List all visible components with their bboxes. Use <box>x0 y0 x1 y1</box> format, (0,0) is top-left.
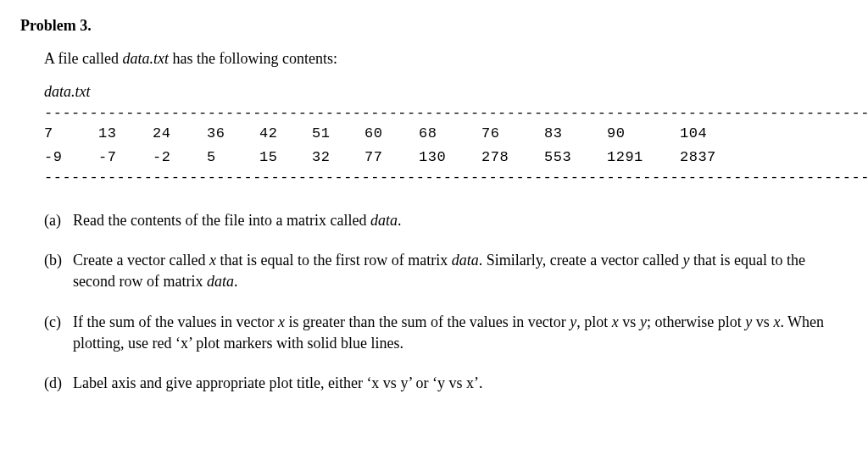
part-a: (a) Read the contents of the file into a… <box>44 210 848 231</box>
data-row-1: 7 13 24 36 42 51 60 68 76 83 90 104 <box>44 122 848 146</box>
data-cell: 7 <box>44 124 98 144</box>
data-cell: 60 <box>364 124 419 144</box>
italic-segment: x <box>278 313 285 330</box>
text-segment: vs <box>619 313 640 330</box>
text-segment: is greater than the sum of the values in… <box>285 313 570 330</box>
data-cell: -9 <box>44 147 98 168</box>
data-cell: 42 <box>259 124 312 144</box>
data-cell: 13 <box>98 124 153 144</box>
data-file-contents: ----------------------------------------… <box>44 105 848 186</box>
data-cell: 553 <box>544 147 607 168</box>
data-cell: 68 <box>419 124 481 144</box>
dashed-line-bottom: ----------------------------------------… <box>44 169 848 186</box>
part-text-a: Read the contents of the file into a mat… <box>73 210 848 231</box>
italic-segment: data <box>207 273 234 290</box>
italic-segment: y <box>640 313 647 330</box>
part-label-d: (d) <box>44 373 73 394</box>
data-cell: 83 <box>544 124 607 144</box>
data-cell: 76 <box>481 124 544 144</box>
text-segment: . <box>398 212 402 229</box>
intro-filename: data.txt <box>122 50 169 67</box>
data-cell: 90 <box>607 124 680 144</box>
text-segment: Create a vector called <box>73 252 209 269</box>
part-d: (d) Label axis and give appropriate plot… <box>44 373 848 394</box>
text-segment: If the sum of the values in vector <box>73 313 278 330</box>
italic-segment: data <box>370 212 398 229</box>
dashed-line-top: ----------------------------------------… <box>44 105 848 122</box>
data-cell: 2837 <box>680 147 748 168</box>
part-label-b: (b) <box>44 250 73 292</box>
data-cell: 15 <box>259 147 312 168</box>
part-c: (c) If the sum of the values in vector x… <box>44 312 848 354</box>
data-cell: 32 <box>312 147 364 168</box>
data-cell: -2 <box>153 147 207 168</box>
data-cell: 104 <box>680 124 748 144</box>
data-cell: 5 <box>207 147 259 168</box>
data-cell: 24 <box>153 124 207 144</box>
data-cell: 278 <box>481 147 544 168</box>
intro-suffix: has the following contents: <box>169 50 337 67</box>
data-cell: 51 <box>312 124 364 144</box>
part-text-c: If the sum of the values in vector x is … <box>73 312 848 354</box>
text-segment: that is equal to the first row of matrix <box>216 252 452 269</box>
italic-segment: data <box>452 252 479 269</box>
text-segment: . <box>234 273 238 290</box>
text-segment: ; otherwise plot <box>647 313 745 330</box>
intro-prefix: A file called <box>44 50 122 67</box>
italic-segment: y <box>683 252 690 269</box>
problem-title: Problem 3. <box>20 15 848 36</box>
part-b: (b) Create a vector called x that is equ… <box>44 250 848 292</box>
text-segment: vs <box>752 313 773 330</box>
text-segment: Label axis and give appropriate plot tit… <box>73 374 483 391</box>
data-cell: 77 <box>364 147 419 168</box>
italic-segment: x <box>612 313 619 330</box>
part-label-c: (c) <box>44 312 73 354</box>
text-segment: , plot <box>576 313 612 330</box>
part-text-d: Label axis and give appropriate plot tit… <box>73 373 848 394</box>
text-segment: Read the contents of the file into a mat… <box>73 212 370 229</box>
filename-label: data.txt <box>44 81 848 103</box>
data-cell: 1291 <box>607 147 680 168</box>
italic-segment: x <box>209 252 216 269</box>
data-cell: 130 <box>419 147 481 168</box>
part-text-b: Create a vector called x that is equal t… <box>73 250 848 292</box>
data-cell: 36 <box>207 124 259 144</box>
data-row-2: -9 -7 -2 5 15 32 77 130 278 553 1291 283… <box>44 146 848 169</box>
intro-text: A file called data.txt has the following… <box>44 48 848 69</box>
data-cell: -7 <box>98 147 153 168</box>
part-label-a: (a) <box>44 210 73 231</box>
text-segment: . Similarly, create a vector called <box>479 252 683 269</box>
